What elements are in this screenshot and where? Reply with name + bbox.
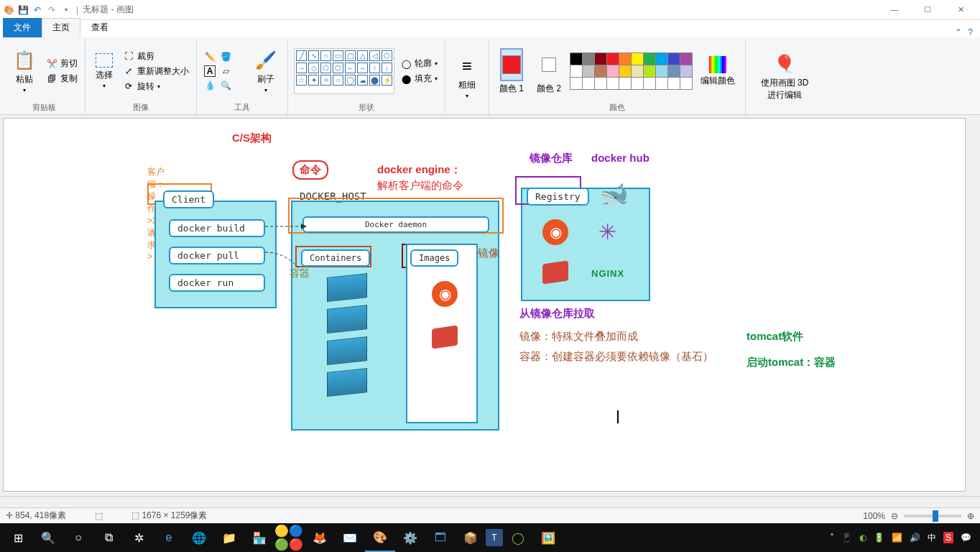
- horizontal-scrollbar[interactable]: [0, 496, 980, 507]
- picker-tool[interactable]: 💧: [203, 79, 217, 92]
- qat-dropdown-icon[interactable]: ▾: [60, 4, 72, 16]
- taskbar-app[interactable]: ✉️: [335, 523, 365, 552]
- rotate-button[interactable]: ⟳旋转▾: [121, 80, 190, 93]
- redo-icon[interactable]: ↷: [46, 4, 57, 16]
- text-tool[interactable]: A: [203, 65, 217, 78]
- tray-icon[interactable]: 📱: [841, 533, 852, 543]
- zoom-slider[interactable]: [904, 515, 961, 518]
- cortana-button[interactable]: ○: [63, 523, 93, 552]
- taskbar-app[interactable]: T: [486, 529, 503, 546]
- taskbar-app[interactable]: 🏪: [244, 523, 274, 552]
- tab-file[interactable]: 文件: [3, 18, 42, 37]
- color-swatch[interactable]: [582, 65, 595, 78]
- canvas[interactable]: C/S架构 客户端：操作--->发请求---> 命令 Client docker…: [3, 118, 966, 492]
- ime-icon[interactable]: S: [943, 532, 953, 543]
- start-button[interactable]: ⊞: [3, 523, 33, 552]
- ime-icon[interactable]: 中: [928, 532, 936, 544]
- zoom-tool[interactable]: 🔍: [218, 79, 233, 92]
- color-swatch-empty[interactable]: [643, 77, 656, 90]
- pencil-tool[interactable]: ✏️: [203, 50, 217, 63]
- color-swatch[interactable]: [680, 52, 693, 65]
- color-swatch-empty[interactable]: [582, 77, 595, 90]
- color-swatch[interactable]: [631, 52, 644, 65]
- battery-icon[interactable]: 🔋: [874, 533, 884, 543]
- color-swatch[interactable]: [570, 52, 583, 65]
- color-swatch[interactable]: [606, 52, 619, 65]
- taskview-button[interactable]: ⧉: [93, 523, 124, 552]
- taskbar-app[interactable]: ⚙️: [395, 523, 425, 552]
- taskbar-app[interactable]: ✲: [124, 523, 154, 552]
- taskbar-app[interactable]: 🟡🔵🟢🔴: [274, 523, 305, 552]
- cut-button[interactable]: ✂️剪切: [45, 57, 79, 70]
- color-palette[interactable]: [570, 53, 692, 90]
- system-tray[interactable]: ˄ 📱 ◐ 🔋 📶 🔊 中 S 💬: [830, 532, 977, 544]
- minimize-button[interactable]: —: [878, 5, 911, 14]
- taskbar-app[interactable]: 🦊: [305, 523, 335, 552]
- help-icon[interactable]: ?: [968, 27, 973, 37]
- color-swatch[interactable]: [655, 52, 668, 65]
- brush-button[interactable]: 🖌️刷子▾: [250, 47, 282, 95]
- tab-home[interactable]: 主页: [42, 18, 80, 37]
- maximize-button[interactable]: ☐: [911, 5, 944, 14]
- color-swatch[interactable]: [619, 65, 632, 78]
- color-swatch-empty[interactable]: [631, 77, 644, 90]
- taskbar-app[interactable]: 📦: [456, 523, 486, 552]
- fill-button[interactable]: ⬤填充▾: [399, 72, 439, 86]
- color-swatch-empty[interactable]: [655, 77, 668, 90]
- tray-icon[interactable]: ◐: [859, 533, 866, 543]
- color-swatch-empty[interactable]: [594, 77, 607, 90]
- zoom-out-button[interactable]: ⊖: [891, 511, 898, 521]
- wifi-icon[interactable]: 📶: [892, 533, 902, 543]
- color-swatch-empty[interactable]: [619, 77, 632, 90]
- color-swatch[interactable]: [570, 65, 583, 78]
- eraser-tool[interactable]: ▱: [218, 65, 233, 78]
- color-swatch[interactable]: [582, 52, 595, 65]
- copy-button[interactable]: 🗐复制: [45, 72, 79, 86]
- shapes-gallery[interactable]: ╱∿○▭▢△◁⬠ →◇⬠⬡←→↑↓ ☆✦✧○◯☁⬤⚡: [294, 48, 394, 94]
- canvas-area[interactable]: C/S架构 客户端：操作--->发请求---> 命令 Client docker…: [0, 115, 980, 507]
- zoom-in-button[interactable]: ⊕: [967, 511, 974, 521]
- color-swatch-empty[interactable]: [606, 77, 619, 90]
- select-button[interactable]: 选择▾: [91, 52, 117, 91]
- color-swatch-empty[interactable]: [680, 77, 693, 90]
- volume-icon[interactable]: 🔊: [910, 533, 920, 543]
- action-center-icon[interactable]: 💬: [961, 533, 971, 543]
- fill-tool[interactable]: 🪣: [218, 50, 233, 63]
- search-button[interactable]: 🔍: [33, 523, 63, 552]
- close-button[interactable]: ✕: [944, 5, 977, 14]
- taskbar-app[interactable]: 📁: [214, 523, 244, 552]
- color1-button[interactable]: 颜色 1: [495, 47, 528, 96]
- color-swatch[interactable]: [594, 52, 607, 65]
- taskbar-app[interactable]: ◯: [503, 523, 533, 552]
- color-swatch[interactable]: [594, 65, 607, 78]
- paste-button[interactable]: 📋粘贴▾: [9, 47, 40, 95]
- outline-button[interactable]: ◯轮廓▾: [399, 57, 439, 70]
- edit-colors-button[interactable]: 编辑颜色: [696, 55, 739, 88]
- color-swatch[interactable]: [655, 65, 668, 78]
- size-button[interactable]: ≡粗细▾: [451, 53, 483, 101]
- taskbar-app[interactable]: 🗔: [425, 523, 456, 552]
- taskbar-app[interactable]: 🖼️: [533, 523, 563, 552]
- undo-icon[interactable]: ↶: [32, 4, 43, 16]
- tab-view[interactable]: 查看: [80, 18, 119, 37]
- color-swatch[interactable]: [667, 52, 680, 65]
- paint3d-button[interactable]: 🎈使用画图 3D 进行编辑: [752, 51, 818, 103]
- color-swatch-empty[interactable]: [667, 77, 680, 90]
- taskbar-app[interactable]: e: [154, 523, 184, 552]
- tray-chevron-icon[interactable]: ˄: [830, 533, 834, 543]
- minimize-ribbon-icon[interactable]: ⌃: [955, 27, 962, 37]
- color-swatch[interactable]: [667, 65, 680, 78]
- save-icon[interactable]: 💾: [17, 4, 29, 16]
- taskbar-paint[interactable]: 🎨: [365, 523, 395, 552]
- color-swatch[interactable]: [631, 65, 644, 78]
- color-swatch[interactable]: [606, 65, 619, 78]
- color-swatch-empty[interactable]: [570, 77, 583, 90]
- taskbar-app[interactable]: 🌐: [184, 523, 214, 552]
- color2-button[interactable]: 颜色 2: [532, 47, 565, 96]
- resize-button[interactable]: ⤢重新调整大小: [121, 65, 190, 78]
- color-swatch[interactable]: [643, 52, 656, 65]
- crop-button[interactable]: ⛶裁剪: [121, 50, 190, 63]
- color-swatch[interactable]: [680, 65, 693, 78]
- color-swatch[interactable]: [619, 52, 632, 65]
- color-swatch[interactable]: [643, 65, 656, 78]
